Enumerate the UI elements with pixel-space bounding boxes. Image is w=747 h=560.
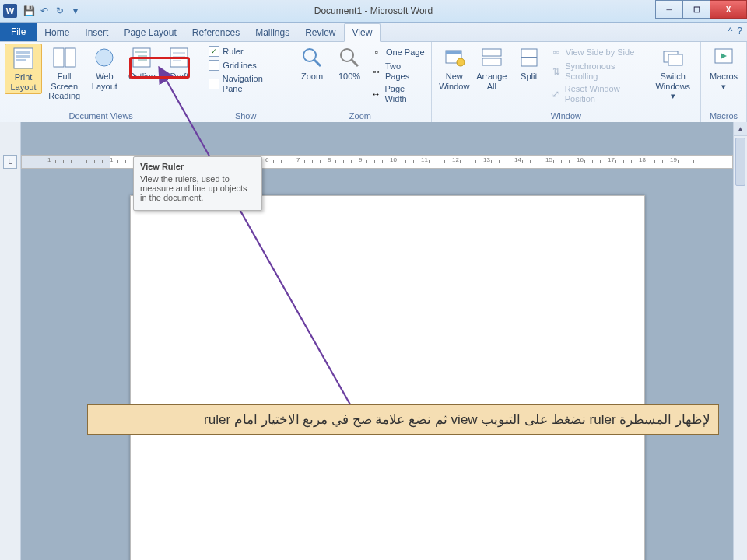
navigation-pane-checkbox[interactable]: Navigation Pane [207,73,284,94]
ruler-checkbox[interactable]: ✓ Ruler [207,45,284,58]
one-page-icon: ▫ [370,46,383,58]
print-layout-label: Print Layout [10,72,36,92]
print-layout-icon [11,46,36,71]
zoom-label: Zoom [301,72,323,82]
minimize-button[interactable]: ─ [655,0,683,19]
zoom-icon [300,45,324,70]
tooltip-body: View the rulers, used to measure and lin… [140,174,255,202]
svg-point-6 [96,49,113,66]
hundred-percent-button[interactable]: 100% [331,44,367,83]
svg-line-18 [352,60,358,66]
tab-insert[interactable]: Insert [77,24,116,41]
ruler-number: 13 [483,156,490,163]
gridlines-checkbox[interactable]: Gridlines [207,59,284,72]
undo-icon[interactable]: ↶ [37,4,51,18]
help-area: ^ ? [728,26,742,37]
annotation-callout: لإظهار المسطرة ruler نضغط على التبويب vi… [87,404,719,435]
title-bar: W 💾 ↶ ↻ ▾ Document1 - Microsoft Word ─ ☐… [0,0,747,23]
document-area: L 112345678910111213141516171819 ▲ [0,122,747,560]
reset-pos-label: Reset Window Position [565,84,647,103]
tab-references[interactable]: References [184,24,247,41]
word-app-icon[interactable]: W [3,4,17,18]
macros-button[interactable]: Macros ▾ [706,44,742,93]
switch-windows-button[interactable]: Switch Windows ▾ [651,44,696,103]
reset-pos-icon: ⤢ [550,88,562,100]
tooltip-view-ruler: View Ruler View the rulers, used to meas… [133,156,262,211]
one-page-button[interactable]: ▫One Page [369,45,426,59]
tab-mailings[interactable]: Mailings [247,24,297,41]
tab-home[interactable]: Home [37,24,77,41]
file-tab[interactable]: File [0,23,37,41]
two-pages-label: Two Pages [385,61,425,81]
vertical-scrollbar[interactable]: ▲ [733,122,747,560]
svg-rect-5 [65,48,75,67]
maximize-button[interactable]: ☐ [682,0,710,19]
synchronous-scrolling-button: ⇅Synchronous Scrolling [549,61,649,82]
tab-page-layout[interactable]: Page Layout [116,24,184,41]
new-window-button[interactable]: New Window [437,44,472,93]
new-window-icon [442,45,467,70]
document-scroll-area[interactable]: 112345678910111213141516171819 ▲ [21,122,747,560]
ruler-number: 17 [608,156,615,163]
group-show: ✓ Ruler Gridlines Navigation Pane Show [202,42,289,123]
ruler-number: 1 [47,156,51,163]
scroll-thumb[interactable] [735,138,745,186]
gridlines-label: Gridlines [223,61,256,71]
page-width-button[interactable]: ↔Page Width [369,83,426,104]
group-zoom: Zoom 100% ▫One Page ▫▫Two Pages ↔Page Wi… [289,42,432,123]
tab-selector[interactable]: L [3,155,17,169]
ruler-number: 1 [110,156,113,163]
ruler-label: Ruler [223,47,243,57]
quick-access-toolbar: W 💾 ↶ ↻ ▾ [0,4,82,18]
group-label-show: Show [207,110,284,123]
arrange-all-button[interactable]: Arrange All [474,44,510,93]
help-icon[interactable]: ? [737,26,742,37]
web-layout-label: Web Layout [92,72,117,91]
two-pages-button[interactable]: ▫▫Two Pages [369,61,426,82]
ruler-number: 14 [514,156,521,163]
svg-rect-1 [16,51,30,54]
tab-review[interactable]: Review [297,24,343,41]
ruler-number: 12 [452,156,459,163]
window-controls: ─ ☐ X [656,0,747,17]
draft-button[interactable]: Draft [161,44,197,83]
group-label-window: Window [437,110,696,123]
close-button[interactable]: X [710,0,747,19]
horizontal-ruler[interactable]: 112345678910111213141516171819 [21,155,733,169]
page-width-icon: ↔ [370,88,381,100]
side-by-side-label: View Side by Side [566,47,634,58]
zoom-button[interactable]: Zoom [294,44,330,83]
print-layout-button[interactable]: Print Layout [5,44,42,94]
group-label-document-views: Document Views [5,110,197,123]
group-window: New Window Arrange All Split ▫▫View Side… [432,42,701,123]
svg-point-15 [303,49,316,61]
ruler-number: 9 [359,156,362,163]
arrange-all-icon [479,45,504,70]
ruler-number: 16 [577,156,584,163]
full-screen-reading-button[interactable]: Full Screen Reading [44,44,85,103]
draft-label: Draft [170,72,188,82]
minimize-ribbon-icon[interactable]: ^ [728,26,733,37]
outline-button[interactable]: Outline [124,44,160,83]
ruler-number: 18 [639,156,646,163]
scroll-up-icon[interactable]: ▲ [734,122,747,136]
document-page[interactable] [130,195,645,560]
ruler-check-icon: ✓ [209,46,219,57]
ruler-number: 7 [296,156,300,163]
svg-point-21 [457,58,465,66]
save-icon[interactable]: 💾 [22,4,36,18]
side-by-side-icon: ▫▫ [550,46,563,58]
redo-icon[interactable]: ↻ [53,4,67,18]
split-icon [517,45,542,70]
qat-dropdown-icon[interactable]: ▾ [68,4,82,18]
svg-rect-7 [133,48,150,67]
split-button[interactable]: Split [511,44,547,83]
svg-rect-20 [446,51,461,54]
navpane-check-icon [209,79,219,89]
tab-view[interactable]: View [344,23,381,42]
web-layout-button[interactable]: Web Layout [86,44,122,93]
view-side-by-side-button: ▫▫View Side by Side [549,45,649,59]
page-width-label: Page Width [384,84,424,103]
new-window-label: New Window [439,72,469,91]
svg-rect-27 [668,54,682,65]
